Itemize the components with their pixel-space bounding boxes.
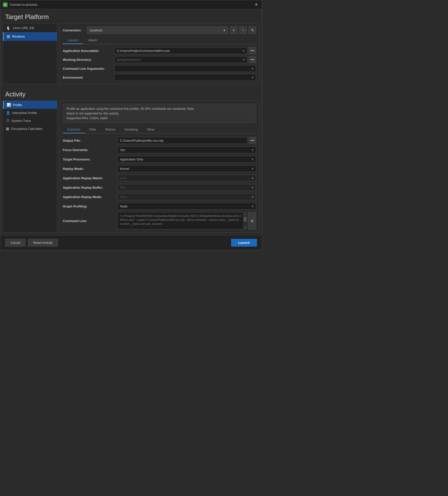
replay-mode-dropdown[interactable]: Kernel ▾ — [117, 165, 256, 172]
app-icon: N — [3, 2, 8, 7]
activity-section: Activity 📊 Profile 👤 Interactive Profile… — [0, 87, 262, 235]
tab-launch[interactable]: Launch — [63, 37, 83, 44]
linux-icon: 🐧 — [6, 25, 11, 30]
graph-profiling-field: Node ▾ — [117, 203, 256, 210]
remove-connection-button[interactable]: − — [239, 26, 247, 34]
activity-label-system-trace: System Trace — [11, 119, 31, 123]
output-file-label: Output File: — [63, 139, 115, 142]
working-dir-field: $(ApplicationDir) ▾ ••• — [114, 56, 256, 63]
reset-activity-button[interactable]: Reset Activity — [28, 239, 58, 247]
profile-common-form: Output File: C:/Users/Public/profile.ncu… — [63, 137, 256, 229]
environment-input[interactable]: ▾ — [114, 74, 256, 81]
cmdline-scrollbar: ▲ ▼ — [243, 212, 246, 229]
activity-title: Activity — [0, 87, 262, 101]
working-dir-browse-button[interactable]: ••• — [249, 56, 256, 63]
cmdline-field: "C:/Program Files/NVIDIA Corporation/Nsi… — [117, 212, 256, 229]
output-file-field: C:/Users/Public/profile.ncu-rep ••• — [117, 137, 256, 144]
profile-tab-common[interactable]: Common — [63, 126, 85, 133]
app-exe-field: C:/Users/Public/CuVectorAddDrv.exe ▾ ••• — [114, 47, 256, 54]
app-replay-buffer-label: Application Replay Buffer: — [63, 186, 115, 189]
connection-row: Connection: localhost ▾ + − ✎ — [63, 26, 256, 34]
connection-label: Connection: — [63, 28, 85, 32]
connection-dropdown[interactable]: localhost ▾ — [87, 26, 228, 34]
activity-label-occupancy: Occupancy Calculator — [11, 127, 43, 131]
launch-button[interactable]: Launch — [231, 239, 257, 247]
platform-label-linux: Linux (x86_64) — [13, 26, 34, 30]
tab-attach[interactable]: Attach — [83, 37, 102, 44]
activity-item-interactive[interactable]: 👤 Interactive Profile — [3, 109, 57, 117]
output-file-browse-button[interactable]: ••• — [249, 137, 256, 144]
profile-info-box: Profile an application using the command… — [63, 104, 256, 123]
profile-tab-sampling[interactable]: Sampling — [120, 126, 142, 133]
force-overwrite-dropdown[interactable]: Yes ▾ — [117, 146, 256, 153]
app-replay-buffer-arrow: ▾ — [252, 186, 253, 189]
edit-connection-button[interactable]: ✎ — [249, 26, 256, 34]
app-replay-match-dropdown: Grid ▾ — [117, 175, 256, 181]
platform-label-windows: Windows — [12, 35, 25, 38]
interactive-icon: 👤 — [6, 111, 10, 115]
app-replay-mode-dropdown: Strict ▾ — [117, 193, 256, 200]
occupancy-icon: ▦ — [6, 127, 9, 131]
graph-profiling-label: Graph Profiling: — [63, 204, 115, 208]
environment-field: ▾ — [114, 74, 256, 81]
app-replay-mode-label: Application Replay Mode: — [63, 195, 115, 199]
activity-item-occupancy[interactable]: ▦ Occupancy Calculator — [3, 125, 57, 133]
target-platform-section: Target Platform 🐧 Linux (x86_64) ⊞ Windo… — [0, 9, 262, 87]
titlebar: N Connect to process ✕ — [0, 0, 262, 9]
profile-tab-filter[interactable]: Filter — [85, 126, 101, 133]
platform-item-windows[interactable]: ⊞ Windows — [3, 32, 57, 41]
app-exe-input[interactable]: C:/Users/Public/CuVectorAddDrv.exe ▾ — [114, 47, 247, 54]
target-processes-label: Target Processes: — [63, 158, 115, 161]
activity-item-profile[interactable]: 📊 Profile — [3, 101, 57, 109]
titlebar-title: Connect to process — [10, 3, 37, 6]
main-window: N Connect to process ✕ Target Platform 🐧… — [0, 0, 262, 250]
platform-item-linux[interactable]: 🐧 Linux (x86_64) — [3, 23, 57, 32]
footer: Cancel Reset Activity Launch — [0, 235, 262, 250]
app-replay-mode-field: Strict ▾ — [117, 193, 256, 200]
profile-tab-metrics[interactable]: Metrics — [101, 126, 120, 133]
profile-panel: Profile an application using the command… — [60, 101, 259, 233]
cmdline-textarea[interactable]: "C:/Program Files/NVIDIA Corporation/Nsi… — [117, 212, 247, 229]
replay-mode-label: Replay Mode: — [63, 167, 115, 171]
connection-dropdown-arrow: ▾ — [224, 28, 225, 32]
scroll-up-arrow[interactable]: ▲ — [243, 212, 247, 216]
target-processes-arrow: ▾ — [252, 158, 253, 161]
profile-tab-other[interactable]: Other — [142, 126, 159, 133]
activity-label-interactive: Interactive Profile — [12, 111, 37, 115]
replay-mode-field: Kernel ▾ — [117, 165, 256, 172]
cancel-button[interactable]: Cancel — [5, 239, 25, 247]
app-replay-buffer-dropdown: File ▾ — [117, 184, 256, 191]
titlebar-left: N Connect to process — [3, 2, 37, 7]
add-connection-button[interactable]: + — [230, 26, 237, 34]
force-overwrite-field: Yes ▾ — [117, 146, 256, 153]
app-exe-label: Application Executable: — [63, 49, 112, 53]
system-trace-icon: ⏱ — [6, 119, 9, 123]
close-button[interactable]: ✕ — [253, 2, 259, 7]
graph-profiling-dropdown[interactable]: Node ▾ — [117, 203, 256, 210]
environment-arrow: ▾ — [252, 76, 253, 79]
scroll-thumb[interactable] — [244, 217, 246, 222]
activity-content: 📊 Profile 👤 Interactive Profile ⏱ System… — [0, 101, 262, 235]
copy-cmdline-button[interactable]: ⧉ — [248, 212, 256, 229]
cmdline-args-label: Command Line Arguments: — [63, 67, 112, 70]
cmdline-args-field: ▾ — [114, 65, 256, 72]
cmdline-label: Command Line: — [63, 219, 115, 223]
scroll-down-arrow[interactable]: ▼ — [243, 226, 247, 229]
profile-icon: 📊 — [7, 103, 11, 107]
app-exe-dropdown-arrow: ▾ — [243, 49, 245, 53]
info-line3: Supported APIs: CUDA, OptiX — [67, 116, 252, 121]
connection-value: localhost — [90, 28, 102, 32]
cmdline-args-input[interactable]: ▾ — [114, 65, 256, 72]
activity-list: 📊 Profile 👤 Interactive Profile ⏱ System… — [3, 101, 57, 233]
activity-item-system-trace[interactable]: ⏱ System Trace — [3, 117, 57, 125]
launch-form: Application Executable: C:/Users/Public/… — [63, 47, 256, 81]
environment-label: Environment: — [63, 76, 112, 79]
app-replay-mode-arrow: ▾ — [252, 195, 253, 199]
top-section: 🐧 Linux (x86_64) ⊞ Windows Connection: l… — [0, 23, 262, 87]
app-exe-browse-button[interactable]: ••• — [249, 47, 256, 54]
target-processes-dropdown[interactable]: Application Only ▾ — [117, 156, 256, 163]
output-file-input[interactable]: C:/Users/Public/profile.ncu-rep — [117, 137, 247, 144]
platform-list: 🐧 Linux (x86_64) ⊞ Windows — [3, 23, 57, 84]
profile-tabs: Common Filter Metrics Sampling Other — [63, 126, 256, 134]
working-dir-input[interactable]: $(ApplicationDir) ▾ — [114, 56, 247, 63]
